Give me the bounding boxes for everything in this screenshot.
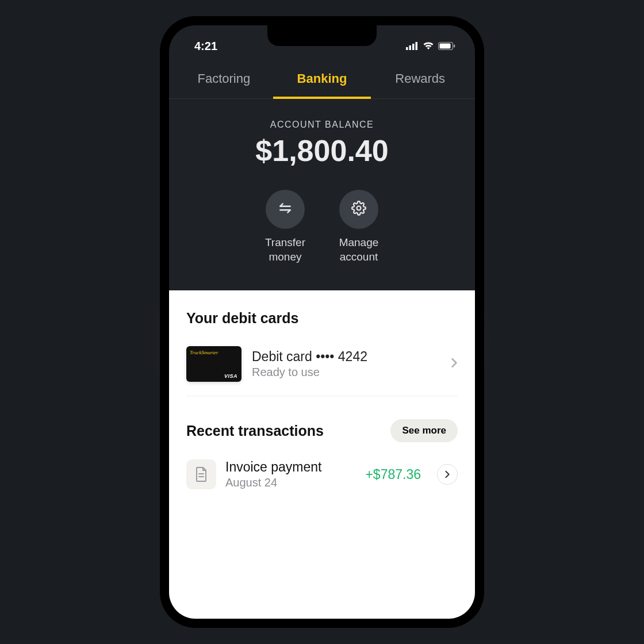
status-icons bbox=[406, 40, 455, 53]
phone-frame: 4:21 Factoring Banking Rewards ACCOUNT B… bbox=[161, 17, 483, 627]
transfer-money-button[interactable]: Transfer money bbox=[256, 190, 314, 264]
svg-rect-0 bbox=[406, 47, 408, 50]
tab-rewards[interactable]: Rewards bbox=[371, 62, 469, 98]
manage-label: Manage account bbox=[339, 236, 379, 264]
svg-rect-1 bbox=[409, 45, 412, 50]
manage-account-button[interactable]: Manage account bbox=[330, 190, 388, 264]
transaction-row[interactable]: Invoice payment August 24 +$787.36 bbox=[186, 456, 458, 493]
transfer-label: Transfer money bbox=[265, 236, 305, 264]
balance-section: ACCOUNT BALANCE $1,800.40 bbox=[169, 99, 475, 174]
phone-notch bbox=[267, 25, 377, 46]
tab-banking[interactable]: Banking bbox=[273, 62, 371, 99]
tab-factoring[interactable]: Factoring bbox=[175, 62, 273, 98]
transaction-date: August 24 bbox=[225, 476, 356, 489]
chevron-right-icon bbox=[451, 358, 458, 371]
battery-icon bbox=[438, 40, 455, 53]
wifi-icon bbox=[423, 40, 434, 53]
transaction-detail-button[interactable] bbox=[437, 464, 458, 485]
svg-rect-3 bbox=[416, 42, 418, 50]
transactions-title: Recent transactions bbox=[186, 423, 324, 439]
status-time: 4:21 bbox=[194, 40, 217, 53]
see-more-button[interactable]: See more bbox=[390, 419, 458, 442]
svg-rect-6 bbox=[454, 44, 455, 47]
main-tabs: Factoring Banking Rewards bbox=[169, 62, 475, 99]
svg-rect-5 bbox=[440, 43, 451, 48]
transfer-icon bbox=[278, 201, 293, 218]
transaction-amount: +$787.36 bbox=[365, 467, 421, 482]
transaction-title: Invoice payment bbox=[225, 459, 356, 475]
svg-rect-2 bbox=[412, 44, 415, 50]
document-icon bbox=[186, 459, 216, 489]
debit-card-row[interactable]: TruckSmarter VISA Debit card •••• 4242 R… bbox=[186, 342, 458, 396]
debit-cards-title: Your debit cards bbox=[186, 310, 458, 327]
phone-screen: 4:21 Factoring Banking Rewards ACCOUNT B… bbox=[169, 25, 475, 619]
visa-logo: VISA bbox=[224, 373, 237, 379]
card-thumbnail: TruckSmarter VISA bbox=[186, 346, 241, 382]
signal-icon bbox=[406, 40, 419, 53]
balance-amount: $1,800.40 bbox=[169, 133, 475, 168]
svg-point-7 bbox=[357, 206, 361, 210]
gear-icon bbox=[351, 201, 366, 218]
card-title: Debit card •••• 4242 bbox=[252, 349, 440, 365]
action-buttons: Transfer money Manage account bbox=[169, 174, 475, 290]
balance-label: ACCOUNT BALANCE bbox=[169, 120, 475, 130]
card-status: Ready to use bbox=[252, 366, 440, 379]
content-sheet: Your debit cards TruckSmarter VISA Debit… bbox=[169, 290, 475, 619]
card-brand: TruckSmarter bbox=[190, 350, 238, 355]
